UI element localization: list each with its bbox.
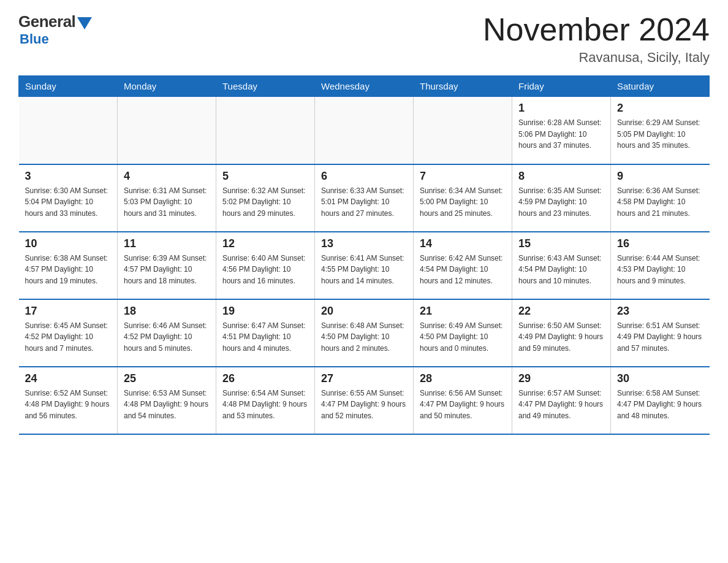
day-number: 8: [518, 170, 604, 183]
calendar-cell: [19, 97, 118, 164]
calendar-cell: 4Sunrise: 6:31 AM Sunset: 5:03 PM Daylig…: [118, 164, 216, 232]
header-friday: Friday: [512, 76, 611, 97]
day-info: Sunrise: 6:53 AM Sunset: 4:48 PM Dayligh…: [124, 388, 210, 422]
calendar-cell: [216, 97, 315, 164]
logo: General Blue: [18, 12, 92, 47]
day-number: 27: [321, 372, 407, 385]
day-number: 26: [222, 372, 308, 385]
day-info: Sunrise: 6:36 AM Sunset: 4:58 PM Dayligh…: [617, 185, 703, 220]
day-number: 29: [518, 372, 604, 385]
header-saturday: Saturday: [611, 76, 710, 97]
day-info: Sunrise: 6:39 AM Sunset: 4:57 PM Dayligh…: [124, 253, 210, 287]
day-info: Sunrise: 6:58 AM Sunset: 4:47 PM Dayligh…: [617, 388, 703, 422]
day-number: 21: [420, 305, 506, 318]
calendar-cell: 6Sunrise: 6:33 AM Sunset: 5:01 PM Daylig…: [315, 164, 414, 232]
day-info: Sunrise: 6:34 AM Sunset: 5:00 PM Dayligh…: [420, 185, 506, 220]
calendar-cell: 5Sunrise: 6:32 AM Sunset: 5:02 PM Daylig…: [216, 164, 315, 232]
calendar-header-row: SundayMondayTuesdayWednesdayThursdayFrid…: [19, 76, 710, 97]
calendar-week-row: 24Sunrise: 6:52 AM Sunset: 4:48 PM Dayli…: [19, 367, 710, 434]
calendar-cell: 23Sunrise: 6:51 AM Sunset: 4:49 PM Dayli…: [611, 299, 710, 367]
calendar-cell: 17Sunrise: 6:45 AM Sunset: 4:52 PM Dayli…: [19, 299, 118, 367]
calendar-cell: 26Sunrise: 6:54 AM Sunset: 4:48 PM Dayli…: [216, 367, 315, 434]
day-info: Sunrise: 6:52 AM Sunset: 4:48 PM Dayligh…: [25, 388, 112, 422]
calendar-cell: 19Sunrise: 6:47 AM Sunset: 4:51 PM Dayli…: [216, 299, 315, 367]
title-section: November 2024 Ravanusa, Sicily, Italy: [483, 12, 710, 66]
day-info: Sunrise: 6:49 AM Sunset: 4:50 PM Dayligh…: [420, 320, 506, 354]
day-info: Sunrise: 6:44 AM Sunset: 4:53 PM Dayligh…: [617, 253, 703, 287]
day-number: 3: [25, 170, 112, 183]
day-number: 9: [617, 170, 703, 183]
calendar-cell: 15Sunrise: 6:43 AM Sunset: 4:54 PM Dayli…: [512, 232, 611, 299]
day-number: 6: [321, 170, 407, 183]
page-header: General Blue November 2024 Ravanusa, Sic…: [18, 12, 710, 66]
calendar-cell: 30Sunrise: 6:58 AM Sunset: 4:47 PM Dayli…: [611, 367, 710, 434]
month-title: November 2024: [483, 12, 710, 47]
calendar-cell: 13Sunrise: 6:41 AM Sunset: 4:55 PM Dayli…: [315, 232, 414, 299]
day-info: Sunrise: 6:40 AM Sunset: 4:56 PM Dayligh…: [222, 253, 308, 287]
calendar-cell: [315, 97, 414, 164]
calendar-cell: [118, 97, 216, 164]
day-number: 25: [124, 372, 210, 385]
day-number: 1: [518, 102, 604, 115]
calendar-cell: 1Sunrise: 6:28 AM Sunset: 5:06 PM Daylig…: [512, 97, 611, 164]
day-number: 19: [222, 305, 308, 318]
calendar-cell: 9Sunrise: 6:36 AM Sunset: 4:58 PM Daylig…: [611, 164, 710, 232]
day-info: Sunrise: 6:32 AM Sunset: 5:02 PM Dayligh…: [222, 185, 308, 220]
day-info: Sunrise: 6:41 AM Sunset: 4:55 PM Dayligh…: [321, 253, 407, 287]
day-number: 23: [617, 305, 703, 318]
day-number: 10: [25, 237, 112, 250]
day-number: 17: [25, 305, 112, 318]
calendar-week-row: 3Sunrise: 6:30 AM Sunset: 5:04 PM Daylig…: [19, 164, 710, 232]
day-info: Sunrise: 6:57 AM Sunset: 4:47 PM Dayligh…: [518, 388, 604, 422]
calendar-cell: 7Sunrise: 6:34 AM Sunset: 5:00 PM Daylig…: [414, 164, 512, 232]
day-info: Sunrise: 6:55 AM Sunset: 4:47 PM Dayligh…: [321, 388, 407, 422]
calendar-cell: 21Sunrise: 6:49 AM Sunset: 4:50 PM Dayli…: [414, 299, 512, 367]
calendar-cell: 12Sunrise: 6:40 AM Sunset: 4:56 PM Dayli…: [216, 232, 315, 299]
day-info: Sunrise: 6:50 AM Sunset: 4:49 PM Dayligh…: [518, 320, 604, 354]
day-info: Sunrise: 6:56 AM Sunset: 4:47 PM Dayligh…: [420, 388, 506, 422]
day-number: 22: [518, 305, 604, 318]
day-number: 18: [124, 305, 210, 318]
logo-triangle-icon: [77, 17, 92, 29]
day-info: Sunrise: 6:33 AM Sunset: 5:01 PM Dayligh…: [321, 185, 407, 220]
calendar-cell: 25Sunrise: 6:53 AM Sunset: 4:48 PM Dayli…: [118, 367, 216, 434]
header-tuesday: Tuesday: [216, 76, 315, 97]
day-number: 16: [617, 237, 703, 250]
calendar-cell: 16Sunrise: 6:44 AM Sunset: 4:53 PM Dayli…: [611, 232, 710, 299]
calendar-week-row: 17Sunrise: 6:45 AM Sunset: 4:52 PM Dayli…: [19, 299, 710, 367]
calendar-cell: 29Sunrise: 6:57 AM Sunset: 4:47 PM Dayli…: [512, 367, 611, 434]
day-number: 12: [222, 237, 308, 250]
day-info: Sunrise: 6:38 AM Sunset: 4:57 PM Dayligh…: [25, 253, 112, 287]
calendar-week-row: 10Sunrise: 6:38 AM Sunset: 4:57 PM Dayli…: [19, 232, 710, 299]
day-number: 30: [617, 372, 703, 385]
calendar-cell: [414, 97, 512, 164]
day-info: Sunrise: 6:28 AM Sunset: 5:06 PM Dayligh…: [518, 117, 604, 151]
day-number: 11: [124, 237, 210, 250]
day-number: 5: [222, 170, 308, 183]
day-number: 15: [518, 237, 604, 250]
day-number: 13: [321, 237, 407, 250]
day-number: 28: [420, 372, 506, 385]
calendar-cell: 27Sunrise: 6:55 AM Sunset: 4:47 PM Dayli…: [315, 367, 414, 434]
day-info: Sunrise: 6:31 AM Sunset: 5:03 PM Dayligh…: [124, 185, 210, 220]
calendar-cell: 8Sunrise: 6:35 AM Sunset: 4:59 PM Daylig…: [512, 164, 611, 232]
day-number: 2: [617, 102, 703, 115]
header-monday: Monday: [118, 76, 216, 97]
day-info: Sunrise: 6:51 AM Sunset: 4:49 PM Dayligh…: [617, 320, 703, 354]
calendar-cell: 18Sunrise: 6:46 AM Sunset: 4:52 PM Dayli…: [118, 299, 216, 367]
day-info: Sunrise: 6:54 AM Sunset: 4:48 PM Dayligh…: [222, 388, 308, 422]
day-number: 20: [321, 305, 407, 318]
calendar-cell: 3Sunrise: 6:30 AM Sunset: 5:04 PM Daylig…: [19, 164, 118, 232]
day-info: Sunrise: 6:29 AM Sunset: 5:05 PM Dayligh…: [617, 117, 703, 151]
day-number: 14: [420, 237, 506, 250]
calendar-cell: 11Sunrise: 6:39 AM Sunset: 4:57 PM Dayli…: [118, 232, 216, 299]
day-info: Sunrise: 6:45 AM Sunset: 4:52 PM Dayligh…: [25, 320, 112, 354]
day-info: Sunrise: 6:46 AM Sunset: 4:52 PM Dayligh…: [124, 320, 210, 354]
day-info: Sunrise: 6:48 AM Sunset: 4:50 PM Dayligh…: [321, 320, 407, 354]
logo-general-text: General: [18, 12, 75, 31]
day-info: Sunrise: 6:35 AM Sunset: 4:59 PM Dayligh…: [518, 185, 604, 220]
calendar-table: SundayMondayTuesdayWednesdayThursdayFrid…: [18, 75, 710, 435]
location-subtitle: Ravanusa, Sicily, Italy: [483, 50, 710, 66]
day-info: Sunrise: 6:30 AM Sunset: 5:04 PM Dayligh…: [25, 185, 112, 220]
calendar-cell: 20Sunrise: 6:48 AM Sunset: 4:50 PM Dayli…: [315, 299, 414, 367]
